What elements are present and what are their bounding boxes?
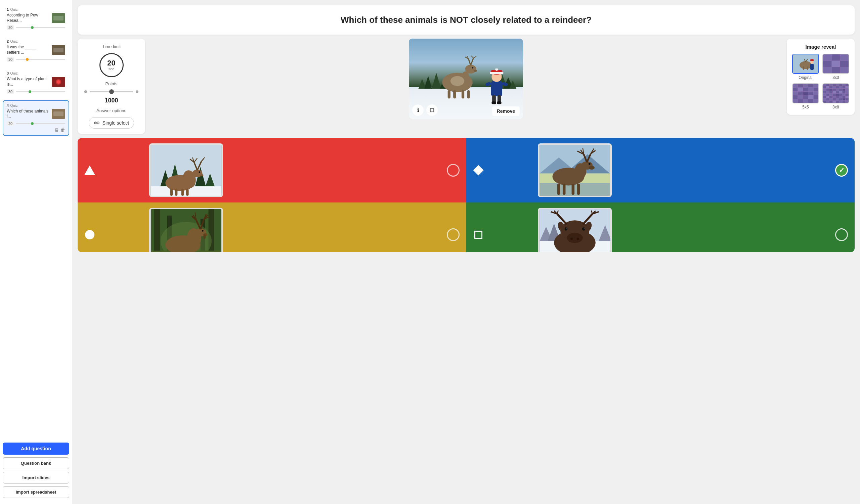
quiz-progress-4 — [16, 123, 65, 124]
svg-point-97 — [589, 166, 594, 169]
quiz-text-1: According to Pew Resea... — [7, 13, 49, 23]
sidebar-buttons: Add question Question bank Import slides… — [0, 439, 72, 501]
reveal-option-5x5[interactable]: 5x5 — [792, 83, 819, 109]
svg-point-144 — [570, 238, 573, 240]
edit-image-button[interactable] — [426, 104, 438, 116]
reveal-label-3x3: 3x3 — [832, 75, 839, 80]
time-unit: sec — [109, 67, 114, 71]
import-slides-button[interactable]: Import slides — [3, 472, 69, 484]
circle-outline-gold — [447, 228, 460, 241]
reveal-img-3x3 — [822, 54, 849, 74]
sidebar-item-4[interactable]: 4 Quiz Which of these animals i... 20 🖥 … — [3, 100, 69, 136]
svg-point-10 — [95, 122, 96, 123]
circle-filled-icon — [85, 230, 95, 239]
crop-icon — [430, 108, 434, 113]
left-controls-panel: Time limit 20 sec Points 1000 Answer opt… — [77, 39, 145, 134]
svg-point-22 — [474, 70, 477, 72]
answer-img-blue — [538, 143, 612, 197]
sidebar-item-1[interactable]: 1 Quiz According to Pew Resea... 30 — [3, 4, 69, 33]
time-value: 20 — [107, 59, 115, 67]
svg-rect-87 — [186, 189, 189, 196]
svg-point-145 — [576, 238, 579, 240]
svg-rect-109 — [577, 184, 580, 195]
grid-8x8 — [823, 84, 849, 103]
remove-button[interactable]: Remove — [492, 106, 520, 116]
svg-rect-25 — [453, 90, 456, 99]
quiz-time-2: 30 — [7, 57, 14, 62]
triangle-shape — [84, 165, 95, 176]
reveal-option-3x3[interactable]: 3x3 — [822, 54, 849, 80]
quiz-thumb-4 — [52, 109, 65, 119]
elk-svg — [150, 145, 222, 196]
svg-point-21 — [465, 65, 476, 74]
answer-img-gold — [149, 208, 223, 252]
quiz-thumb-2 — [52, 45, 65, 55]
quiz-thumb-3 — [52, 77, 65, 87]
quiz-time-1: 30 — [7, 25, 14, 30]
single-select-icon — [94, 120, 100, 126]
quiz-type-1: Quiz — [10, 8, 18, 11]
quiz-text-4: Which of these animals i... — [7, 109, 49, 119]
import-spreadsheet-button[interactable]: Import spreadsheet — [3, 486, 69, 498]
answer-card-gold[interactable] — [77, 203, 466, 252]
svg-rect-62 — [810, 64, 814, 70]
reveal-option-original[interactable]: Original — [792, 54, 819, 80]
points-value: 1000 — [104, 97, 118, 104]
answer-right-green — [666, 228, 848, 241]
grid-3x3 — [823, 55, 849, 73]
sidebar-item-2[interactable]: 2 Quiz It was the _____ settlers ... 30 — [3, 36, 69, 65]
child-svg — [484, 69, 509, 105]
grid-5x5 — [793, 84, 818, 103]
quiz-number-3: 3 — [7, 71, 9, 75]
answer-card-red[interactable] — [77, 138, 466, 203]
progress-dot-1 — [31, 26, 33, 29]
question-card: Which of these animals is NOT closely re… — [77, 5, 855, 34]
svg-point-148 — [566, 228, 567, 229]
answers-grid: ✓ — [77, 138, 855, 252]
svg-line-31 — [471, 58, 473, 65]
answer-img-green — [538, 208, 612, 252]
svg-point-121 — [202, 230, 204, 232]
svg-point-134 — [203, 234, 206, 239]
reindeer-svg — [426, 55, 489, 99]
quiz-number-4: 4 — [7, 103, 9, 107]
image-overlay-buttons: ℹ — [412, 104, 438, 116]
svg-point-23 — [472, 67, 473, 69]
monitor-icon[interactable]: 🖥 — [54, 127, 59, 133]
answer-card-blue[interactable]: ✓ — [466, 138, 855, 203]
reveal-img-original — [792, 54, 819, 74]
progress-dot-2 — [26, 58, 29, 61]
svg-rect-107 — [563, 184, 566, 195]
reveal-option-8x8[interactable]: 8x8 — [822, 83, 849, 109]
quiz-number-1: 1 — [7, 8, 9, 11]
points-slider[interactable] — [90, 91, 133, 92]
quiz-number-2: 2 — [7, 39, 9, 43]
sidebar-item-3[interactable]: 3 Quiz What is a type of plant is... 30 — [3, 68, 69, 97]
square-shape — [473, 229, 484, 240]
time-limit-label: Time limit — [84, 44, 139, 49]
svg-rect-24 — [448, 90, 450, 99]
info-button[interactable]: ℹ — [412, 104, 424, 116]
circle-outline-red — [447, 164, 460, 177]
quiz-thumb-1 — [52, 13, 65, 23]
svg-rect-3 — [54, 48, 63, 53]
single-select-button[interactable]: Single select — [89, 117, 134, 129]
question-bank-button[interactable]: Question bank — [3, 457, 69, 469]
reveal-img-5x5 — [792, 83, 819, 103]
svg-rect-84 — [170, 189, 173, 196]
svg-rect-27 — [467, 90, 470, 99]
moose-water-svg — [539, 145, 611, 196]
answer-img-red — [149, 143, 223, 197]
svg-rect-46 — [497, 101, 502, 104]
svg-line-28 — [469, 59, 471, 65]
main-image-container: ℹ — [409, 39, 523, 119]
svg-rect-58 — [803, 66, 804, 70]
answer-card-green[interactable] — [466, 203, 855, 252]
quiz-type-4: Quiz — [10, 103, 18, 107]
quiz-text-2: It was the _____ settlers ... — [7, 45, 49, 55]
trash-icon[interactable]: 🗑 — [60, 127, 65, 133]
time-circle[interactable]: 20 sec — [99, 53, 124, 77]
add-question-button[interactable]: Add question — [3, 443, 69, 455]
svg-point-11 — [97, 122, 99, 124]
reveal-img-8x8 — [822, 83, 849, 103]
